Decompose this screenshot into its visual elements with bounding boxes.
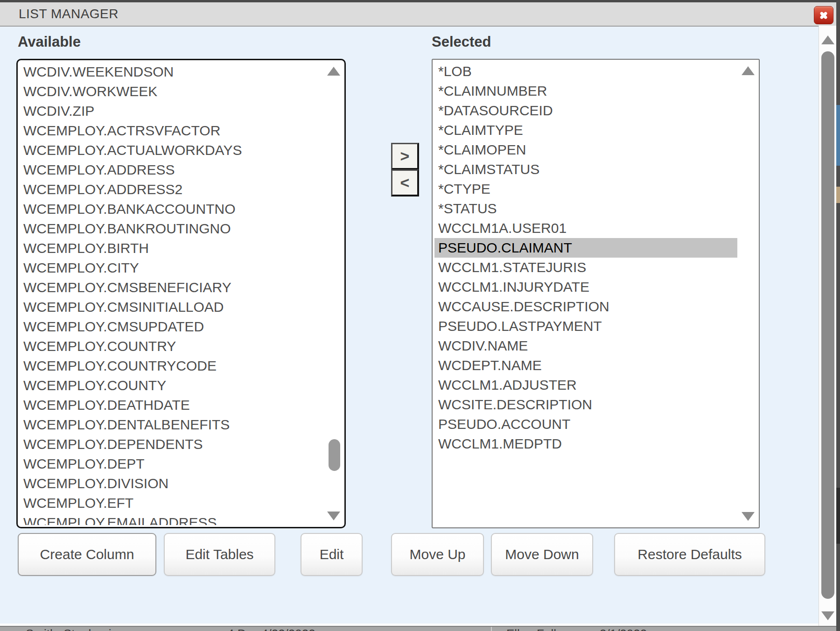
- background-text-fragment: 4 Dr: [227, 627, 250, 631]
- list-item[interactable]: WCCLM1.INJURYDATE: [434, 277, 737, 297]
- list-item[interactable]: WCEMPLOY.EFT: [20, 493, 323, 513]
- list-item[interactable]: *CLAIMNUMBER: [434, 81, 737, 101]
- available-scroll-up-icon[interactable]: [327, 67, 340, 76]
- list-item[interactable]: WCSITE.DESCRIPTION: [434, 395, 737, 414]
- selected-scroll-down-icon[interactable]: [742, 512, 755, 521]
- list-item[interactable]: WCDIV.NAME: [434, 336, 737, 356]
- background-text-fragment: Ellen Falk: [506, 627, 560, 631]
- list-item[interactable]: WCEMPLOY.COUNTRY: [20, 337, 323, 356]
- list-item[interactable]: WCEMPLOY.COUNTY: [20, 376, 323, 395]
- list-item[interactable]: *CLAIMSTATUS: [434, 160, 737, 179]
- list-item[interactable]: WCEMPLOY.BANKACCOUNTNO: [20, 199, 323, 219]
- available-scroll-down-icon[interactable]: [327, 512, 340, 520]
- list-item[interactable]: WCDEPT.NAME: [434, 356, 737, 375]
- list-item[interactable]: WCEMPLOY.BIRTH: [20, 238, 323, 258]
- available-listbox[interactable]: WCDIV.WEEKENDSONWCDIV.WORKWEEKWCDIV.ZIPW…: [16, 59, 346, 528]
- close-button[interactable]: [814, 6, 833, 24]
- list-item[interactable]: WCEMPLOY.ACTUALWORKDAYS: [20, 140, 323, 160]
- list-item[interactable]: WCCAUSE.DESCRIPTION: [434, 297, 737, 316]
- list-item[interactable]: *CLAIMOPEN: [434, 140, 737, 160]
- selected-label: Selected: [432, 34, 491, 50]
- list-item[interactable]: PSEUDO.CLAIMANT: [434, 238, 737, 258]
- dialog-scroll-up-icon[interactable]: [821, 35, 834, 44]
- list-item[interactable]: WCEMPLOY.BANKROUTINGNO: [20, 219, 323, 238]
- available-label: Available: [18, 34, 81, 50]
- move-down-button[interactable]: Move Down: [491, 533, 593, 576]
- move-up-button[interactable]: Move Up: [391, 533, 484, 576]
- available-scrollbar-thumb[interactable]: [329, 439, 340, 471]
- list-item[interactable]: WCCLM1.ADJUSTER: [434, 375, 737, 395]
- list-item[interactable]: WCEMPLOY.EMAILADDRESS: [20, 513, 323, 525]
- edit-tables-button[interactable]: Edit Tables: [164, 533, 275, 576]
- dialog-scrollbar[interactable]: [819, 26, 837, 631]
- background-text-fragment: 4/22/2022: [261, 627, 315, 631]
- list-item[interactable]: WCEMPLOY.CITY: [20, 258, 323, 278]
- close-icon: [818, 10, 830, 21]
- list-item[interactable]: PSEUDO.LASTPAYMENT: [434, 316, 737, 336]
- list-item[interactable]: WCCLM1.MEDPTD: [434, 434, 737, 454]
- selected-scroll-up-icon[interactable]: [742, 66, 755, 75]
- list-item[interactable]: WCEMPLOY.DENTALBENEFITS: [20, 415, 323, 435]
- create-column-button[interactable]: Create Column: [18, 533, 156, 576]
- dialog-title: LIST MANAGER: [19, 7, 119, 21]
- background-text-fragment: 3/1/2022: [600, 627, 647, 631]
- move-to-available-button[interactable]: <: [391, 169, 419, 196]
- edit-button[interactable]: Edit: [301, 533, 363, 576]
- list-item[interactable]: WCDIV.WEEKENDSON: [20, 62, 323, 82]
- selected-listbox[interactable]: *LOB*CLAIMNUMBER*DATASOURCEID*CLAIMTYPE*…: [432, 59, 760, 528]
- dialog-titlebar: LIST MANAGER: [0, 2, 836, 27]
- list-item[interactable]: WCEMPLOY.CMSUPDATED: [20, 317, 323, 337]
- list-item[interactable]: *LOB: [434, 62, 737, 81]
- list-item[interactable]: WCCLM1.STATEJURIS: [434, 258, 737, 277]
- list-item[interactable]: *DATASOURCEID: [434, 101, 737, 120]
- list-item[interactable]: WCEMPLOY.COUNTRYCODE: [20, 356, 323, 376]
- list-item[interactable]: WCEMPLOY.DEATHDATE: [20, 395, 323, 415]
- dialog-scrollbar-thumb[interactable]: [821, 51, 834, 599]
- list-item[interactable]: WCEMPLOY.DEPT: [20, 454, 323, 474]
- dialog-scroll-down-icon[interactable]: [821, 611, 834, 620]
- list-item[interactable]: *CTYPE: [434, 179, 737, 199]
- restore-defaults-button[interactable]: Restore Defaults: [614, 533, 765, 576]
- list-item[interactable]: WCCLM1A.USER01: [434, 218, 737, 238]
- list-item[interactable]: WCEMPLOY.DIVISION: [20, 474, 323, 493]
- list-manager-dialog: LIST MANAGER Available Selected WCDIV.WE…: [0, 0, 840, 631]
- list-item[interactable]: WCEMPLOY.ACTRSVFACTOR: [20, 121, 323, 140]
- list-item[interactable]: WCEMPLOY.ADDRESS2: [20, 180, 323, 199]
- list-item[interactable]: *CLAIMTYPE: [434, 120, 737, 140]
- selected-listbox-items: *LOB*CLAIMNUMBER*DATASOURCEID*CLAIMTYPE*…: [434, 62, 737, 526]
- list-item[interactable]: PSEUDO.ACCOUNT: [434, 414, 737, 434]
- list-item[interactable]: WCEMPLOY.DEPENDENTS: [20, 435, 323, 454]
- list-item[interactable]: *STATUS: [434, 199, 737, 218]
- move-to-selected-button[interactable]: >: [391, 143, 419, 170]
- list-item[interactable]: WCEMPLOY.CMSINITIALLOAD: [20, 297, 323, 317]
- list-item[interactable]: WCEMPLOY.ADDRESS: [20, 160, 323, 180]
- background-table-row: Smith, Stephanie4 Dr4/22/2022Ellen Falk3…: [0, 626, 836, 631]
- list-item[interactable]: WCDIV.WORKWEEK: [20, 82, 323, 101]
- list-item[interactable]: WCEMPLOY.CMSBENEFICIARY: [20, 278, 323, 297]
- background-text-fragment: Smith, Stephanie: [26, 627, 118, 631]
- available-listbox-items: WCDIV.WEEKENDSONWCDIV.WORKWEEKWCDIV.ZIPW…: [20, 62, 323, 525]
- list-item[interactable]: WCDIV.ZIP: [20, 101, 323, 121]
- background-app-right-edge: [836, 0, 840, 631]
